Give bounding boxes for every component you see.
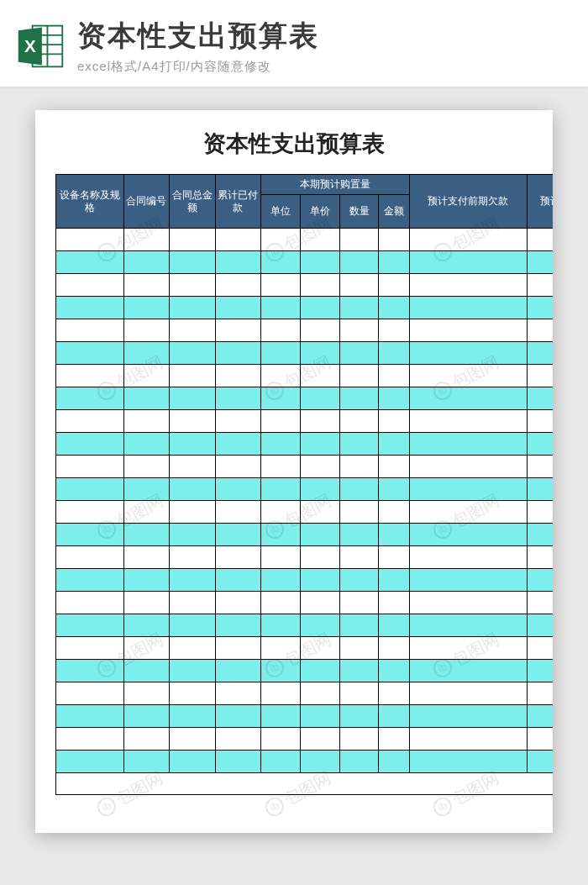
table-cell (170, 637, 216, 660)
table-cell (215, 682, 261, 705)
table-cell (339, 433, 379, 456)
table-cell (528, 478, 553, 501)
table-cell (300, 546, 339, 569)
table-cell (300, 410, 339, 433)
table-cell (123, 546, 170, 569)
table-cell (339, 229, 379, 251)
table-cell (409, 274, 527, 297)
table-row (56, 524, 554, 546)
table-cell (339, 682, 379, 705)
table-cell (300, 592, 339, 614)
table-cell (379, 637, 409, 660)
table-footer-row: 审核 (56, 773, 554, 795)
table-cell (409, 524, 527, 546)
table-cell (215, 546, 261, 569)
table-cell (261, 501, 301, 524)
table-cell (300, 524, 339, 546)
table-cell (170, 274, 216, 297)
table-cell (379, 342, 409, 365)
table-cell (379, 410, 409, 433)
table-row (56, 728, 554, 751)
table-cell (300, 456, 339, 478)
table-cell (300, 637, 339, 660)
table-cell (170, 751, 216, 773)
table-cell (409, 365, 527, 387)
table-cell (170, 501, 216, 524)
table-row (56, 682, 554, 705)
table-cell (170, 297, 216, 319)
table-cell (56, 342, 124, 365)
table-cell (123, 751, 170, 773)
table-cell (170, 251, 216, 274)
table-cell (261, 478, 301, 501)
table-cell (528, 456, 553, 478)
col-paid-cum: 累计已付款 (215, 175, 261, 229)
table-cell (123, 433, 170, 456)
table-cell (339, 524, 379, 546)
table-cell (56, 637, 124, 660)
table-cell (56, 251, 124, 274)
table-cell (528, 365, 553, 387)
table-cell (339, 251, 379, 274)
table-cell (215, 410, 261, 433)
table-cell (261, 524, 301, 546)
table-row (56, 637, 554, 660)
table-cell (409, 319, 527, 342)
table-cell (261, 728, 301, 751)
table-cell (261, 365, 301, 387)
table-cell (339, 410, 379, 433)
table-cell (215, 751, 261, 773)
table-cell (123, 342, 170, 365)
table-cell (56, 456, 124, 478)
table-cell (339, 319, 379, 342)
table-cell (379, 433, 409, 456)
table-cell (528, 682, 553, 705)
table-cell (123, 410, 170, 433)
table-cell (56, 592, 124, 614)
table-cell (409, 660, 527, 682)
table-cell (409, 229, 527, 251)
table-cell (528, 614, 553, 637)
table-cell (170, 342, 216, 365)
table-cell (339, 592, 379, 614)
table-cell (261, 342, 301, 365)
table-cell (215, 342, 261, 365)
document-title: 资本性支出预算表 (55, 129, 553, 174)
table-cell (170, 387, 216, 410)
table-cell (261, 637, 301, 660)
table-cell (300, 478, 339, 501)
table-cell (170, 410, 216, 433)
table-cell (56, 319, 124, 342)
col-amount: 金额 (379, 195, 409, 229)
table-cell (300, 705, 339, 728)
table-cell (379, 319, 409, 342)
table-cell (409, 456, 527, 478)
table-row (56, 569, 554, 592)
table-cell (409, 546, 527, 569)
table-cell (56, 660, 124, 682)
table-cell (528, 251, 553, 274)
table-cell (170, 365, 216, 387)
table-cell (215, 614, 261, 637)
table-cell (379, 728, 409, 751)
table-cell (215, 637, 261, 660)
table-cell (339, 705, 379, 728)
table-cell (379, 592, 409, 614)
table-cell (379, 660, 409, 682)
table-cell (409, 705, 527, 728)
table-cell (528, 569, 553, 592)
table-cell (261, 614, 301, 637)
table-cell (170, 705, 216, 728)
table-cell (379, 524, 409, 546)
col-contract-no: 合同编号 (123, 175, 170, 229)
table-cell (300, 614, 339, 637)
svg-text:X: X (24, 35, 36, 55)
table-cell (261, 229, 301, 251)
table-cell (300, 297, 339, 319)
table-cell (123, 660, 170, 682)
table-cell (300, 251, 339, 274)
table-cell (339, 728, 379, 751)
table-cell (300, 319, 339, 342)
table-cell (379, 751, 409, 773)
table-cell (56, 728, 124, 751)
